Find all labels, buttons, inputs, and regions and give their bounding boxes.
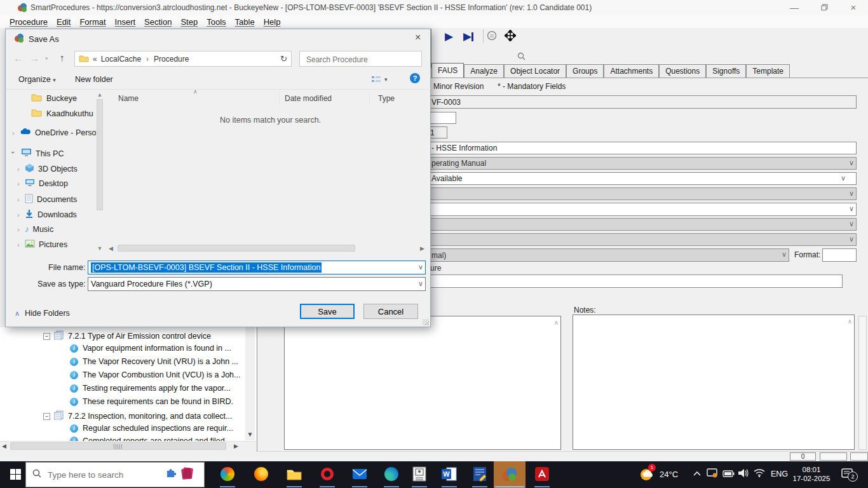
file-name-value[interactable]: [OPS-LTOM-BSEVF-0003] BSEVF Section II -… xyxy=(91,262,322,273)
cancel-button[interactable]: Cancel xyxy=(363,304,418,319)
tray-volume-icon[interactable] xyxy=(738,468,749,480)
tree-info-row[interactable]: iThe Vapor Combustion Unit (VCU) is a Jo… xyxy=(70,370,240,379)
acrobat-icon[interactable] xyxy=(532,464,552,484)
search-icon[interactable] xyxy=(517,51,526,63)
sidebar-item-onedrive[interactable]: › OneDrive - Persor xyxy=(12,128,99,137)
skip-forward-icon[interactable]: ▶ xyxy=(463,30,473,43)
temperature-label[interactable]: 24°C xyxy=(660,470,678,479)
sidebar-item-downloads[interactable]: › Downloads xyxy=(17,209,77,220)
column-header-date[interactable]: Date modified xyxy=(285,94,332,103)
minimize-button[interactable]: — xyxy=(790,4,799,11)
scroll-up-icon[interactable]: ∧ xyxy=(554,319,559,326)
up-icon[interactable]: ↑ xyxy=(60,52,65,63)
menu-tools[interactable]: Tools xyxy=(202,17,230,27)
right-scrollbar[interactable] xyxy=(858,316,867,450)
tray-chevron-up-icon[interactable] xyxy=(693,469,702,478)
sidebar-item-3d-objects[interactable]: › 3D Objects xyxy=(17,163,78,175)
tree-info-row[interactable]: iThese requirements can be found in BIRD… xyxy=(70,397,233,406)
tab-faus[interactable]: FAUS xyxy=(431,63,464,78)
start-button[interactable] xyxy=(6,464,25,484)
scroll-up-icon[interactable]: ▲ xyxy=(96,92,104,98)
sidebar-item-documents[interactable]: › Documents xyxy=(17,194,77,205)
search-input[interactable] xyxy=(305,52,409,67)
tab-groups[interactable]: Groups xyxy=(566,64,604,78)
sidebar-item-pictures[interactable]: › Pictures xyxy=(17,240,67,250)
list-hscrollbar-thumb[interactable] xyxy=(118,245,355,252)
clock[interactable]: 08:01 17-02-2025 xyxy=(789,465,834,483)
play-icon[interactable]: ▶ xyxy=(445,30,453,43)
chevron-right-icon[interactable]: › xyxy=(17,180,22,187)
menu-procedure[interactable]: Procedure xyxy=(5,17,52,27)
tab-attachments[interactable]: Attachments xyxy=(604,64,659,78)
tab-questions[interactable]: Questions xyxy=(659,64,706,78)
chevron-right-icon[interactable]: › xyxy=(17,165,22,173)
forward-icon[interactable]: → xyxy=(30,53,39,64)
collapse-icon[interactable]: − xyxy=(43,333,50,340)
chevron-down-icon[interactable]: ▾ xyxy=(384,76,388,83)
tray-wifi-icon[interactable] xyxy=(754,468,765,479)
column-divider[interactable] xyxy=(279,91,280,105)
collapse-icon[interactable]: − xyxy=(43,413,50,420)
opera-icon[interactable] xyxy=(318,464,337,484)
column-header-name[interactable]: Name xyxy=(118,94,139,103)
tree-vscrollbar-track[interactable] xyxy=(245,327,255,440)
close-icon[interactable]: × xyxy=(415,32,421,43)
help-icon[interactable]: ? xyxy=(410,73,420,83)
chevron-down-icon[interactable]: › xyxy=(10,151,17,156)
taskbar-search[interactable] xyxy=(25,462,205,487)
search-box[interactable] xyxy=(299,51,422,67)
new-folder-button[interactable]: New folder xyxy=(75,75,113,84)
recent-locations-icon[interactable]: ▾ xyxy=(45,55,48,62)
tree-info-row[interactable]: iTesting requirements apply for the vapo… xyxy=(70,384,231,393)
scroll-right-icon[interactable]: ▶ xyxy=(234,443,238,449)
language-indicator[interactable]: ENG xyxy=(771,470,788,478)
tree-hscrollbar-thumb[interactable] xyxy=(10,442,226,450)
format-value-box[interactable] xyxy=(822,248,857,262)
sidebar-item-this-pc[interactable]: › This PC xyxy=(11,148,64,159)
address-bar[interactable]: « LocalCache › Procedure ∨ ↻ xyxy=(74,51,292,67)
sidebar-item-buckeye[interactable]: Buckeye xyxy=(31,93,77,104)
scroll-down-icon[interactable]: ▼ xyxy=(96,245,104,252)
file-name-input[interactable]: [OPS-LTOM-BSEVF-0003] BSEVF Section II -… xyxy=(88,261,426,274)
save-button[interactable]: Save xyxy=(300,304,355,319)
menu-format[interactable]: Format xyxy=(75,17,110,27)
tray-battery-icon[interactable] xyxy=(722,470,735,479)
copilot-icon[interactable] xyxy=(218,464,237,484)
close-button[interactable]: × xyxy=(849,4,858,11)
crumb-localcache[interactable]: LocalCache xyxy=(101,55,141,64)
file-explorer-icon[interactable] xyxy=(285,464,304,484)
column-divider[interactable] xyxy=(369,91,370,105)
document-app-icon[interactable] xyxy=(410,464,429,484)
edge-icon[interactable] xyxy=(382,464,401,484)
chevron-right-icon[interactable]: › xyxy=(17,241,22,248)
word-icon[interactable]: W xyxy=(440,464,459,484)
resize-grip[interactable] xyxy=(423,319,429,325)
sort-ascending-icon[interactable]: ∧ xyxy=(193,88,198,95)
back-icon[interactable]: ← xyxy=(13,53,23,64)
crumb-procedure[interactable]: Procedure xyxy=(154,55,189,64)
tree-info-row[interactable]: iThe Vapor Recovery Unit (VRU) is a John… xyxy=(70,357,238,366)
tab-analyze[interactable]: Analyze xyxy=(464,64,504,78)
save-as-type-select[interactable]: Vanguard Procedure Files (*.VGP) ∨ xyxy=(88,277,426,291)
procedure-text-field[interactable] xyxy=(426,274,843,288)
sidebar-scrollbar-thumb[interactable] xyxy=(97,99,103,210)
view-mode-icon[interactable] xyxy=(371,75,381,86)
availability-dropdown[interactable]: Available∨ xyxy=(426,172,857,185)
chevron-down-icon[interactable]: ∨ xyxy=(418,280,423,288)
notes-panel[interactable]: ∧ xyxy=(573,315,855,450)
tab-object-locator[interactable]: Object Locator xyxy=(504,64,566,78)
tree-section-row[interactable]: − 7.2.2 Inspection, monitoring, and data… xyxy=(43,410,233,422)
taskbar-search-input[interactable] xyxy=(46,470,157,480)
column-header-type[interactable]: Type xyxy=(378,94,395,103)
puzzle-icon[interactable] xyxy=(166,468,176,481)
tab-signoffs[interactable]: Signoffs xyxy=(706,64,746,78)
tree-info-row[interactable]: iRegular scheduled inspections are requi… xyxy=(70,424,233,433)
refresh-icon[interactable]: ↻ xyxy=(280,54,287,64)
scroll-left-icon[interactable]: ◀ xyxy=(2,443,6,449)
restore-button[interactable] xyxy=(820,4,829,11)
scroll-left-icon[interactable]: ◀ xyxy=(109,245,113,252)
tree-section-row[interactable]: − 7.2.1 Type of Air Emission control dev… xyxy=(43,330,211,342)
tab-template[interactable]: Template xyxy=(746,64,790,78)
chevron-right-icon[interactable]: › xyxy=(12,129,17,137)
move-icon[interactable] xyxy=(505,30,516,44)
